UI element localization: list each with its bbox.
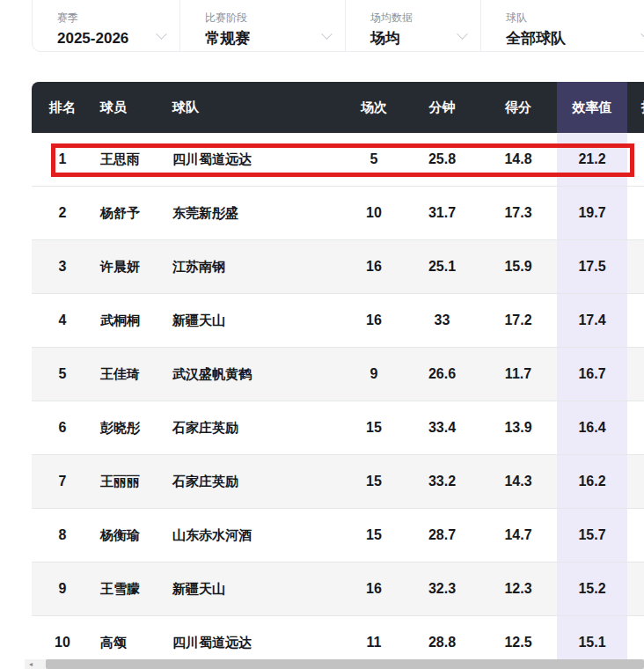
points-cell: 11.7 (479, 348, 557, 401)
next-partial-cell (627, 240, 644, 294)
games-cell: 5 (343, 133, 405, 187)
table-row: 6 彭晓彤 石家庄英励 15 33.4 13.9 16.4 (32, 401, 644, 455)
games-cell: 9 (343, 348, 405, 401)
player-cell: 王佳琦 (93, 348, 164, 401)
table-row: 2 杨舒予 东莞新彤盛 10 31.7 17.3 19.7 (32, 187, 644, 240)
rank-cell: 4 (32, 294, 93, 348)
minutes-cell: 28.8 (405, 616, 479, 664)
games-cell: 10 (343, 187, 405, 240)
points-cell: 12.3 (479, 562, 557, 616)
minutes-cell: 33 (405, 294, 479, 348)
player-cell: 彭晓彤 (93, 401, 164, 455)
minutes-cell: 25.8 (405, 133, 479, 187)
efficiency-cell: 19.7 (557, 187, 627, 240)
rank-cell: 8 (32, 509, 93, 562)
table-row: 10 高颂 四川蜀道远达 11 28.8 12.5 15.1 (32, 616, 644, 664)
table-row: 8 杨衡瑜 山东赤水河酒 15 28.7 14.7 15.7 (32, 509, 644, 562)
minutes-cell: 25.1 (405, 240, 479, 294)
next-partial-cell (627, 616, 644, 664)
minutes-cell: 28.7 (405, 509, 479, 562)
team-cell: 石家庄英励 (164, 455, 343, 509)
column-header-efficiency[interactable]: 效率值 (557, 82, 627, 133)
season-select[interactable]: 赛季 2025-2026 (33, 0, 179, 51)
rank-cell: 2 (32, 187, 93, 240)
efficiency-cell: 17.4 (557, 294, 627, 348)
points-cell: 14.3 (479, 455, 557, 509)
points-cell: 17.3 (479, 187, 557, 240)
column-header-games[interactable]: 场次 (343, 82, 405, 133)
next-partial-cell (627, 509, 644, 562)
efficiency-cell: 15.7 (557, 509, 627, 562)
minutes-cell: 33.2 (405, 455, 479, 509)
player-cell: 许晨妍 (93, 240, 164, 294)
player-cell: 武桐桐 (93, 294, 164, 348)
stat-mode-select[interactable]: 场均数据 场均 (345, 0, 480, 51)
rank-cell: 6 (32, 401, 93, 455)
horizontal-scrollbar[interactable]: ◂ (25, 659, 644, 669)
next-partial-cell (627, 455, 644, 509)
next-partial-cell (627, 562, 644, 616)
column-header-next-partial[interactable]: 投篮 (627, 82, 644, 133)
games-cell: 16 (343, 240, 405, 294)
rank-cell: 3 (32, 240, 93, 294)
efficiency-cell: 16.4 (557, 401, 627, 455)
table-row: 1 王思雨 四川蜀道远达 5 25.8 14.8 21.2 (32, 133, 644, 187)
points-cell: 12.5 (479, 616, 557, 664)
season-label: 赛季 (57, 11, 179, 24)
player-cell: 王思雨 (93, 133, 164, 187)
games-cell: 16 (343, 562, 405, 616)
rank-cell: 5 (32, 348, 93, 401)
player-cell: 王雪朦 (93, 562, 164, 616)
table-row: 3 许晨妍 江苏南钢 16 25.1 15.9 17.5 (32, 240, 644, 294)
column-header-points[interactable]: 得分 (479, 82, 557, 133)
player-cell: 杨衡瑜 (93, 509, 164, 562)
player-cell: 王丽丽 (93, 455, 164, 509)
team-value: 全部球队 (506, 30, 644, 48)
table-row: 4 武桐桐 新疆天山 16 33 17.2 17.4 (32, 294, 644, 348)
team-select[interactable]: 球队 全部球队 (480, 0, 644, 51)
scrollbar-thumb[interactable] (46, 659, 644, 669)
efficiency-cell: 21.2 (557, 133, 627, 187)
column-header-rank[interactable]: 排名 (32, 82, 93, 133)
stat-mode-label: 场均数据 (370, 11, 480, 24)
minutes-cell: 33.4 (405, 401, 479, 455)
team-cell: 山东赤水河酒 (164, 509, 343, 562)
team-cell: 四川蜀道远达 (164, 133, 343, 187)
team-cell: 石家庄英励 (164, 401, 343, 455)
column-header-minutes[interactable]: 分钟 (405, 82, 479, 133)
next-partial-cell (627, 348, 644, 401)
games-cell: 15 (343, 509, 405, 562)
efficiency-cell: 17.5 (557, 240, 627, 294)
player-cell: 高颂 (93, 616, 164, 664)
team-cell: 四川蜀道远达 (164, 616, 343, 664)
stage-select[interactable]: 比赛阶段 常规赛 (179, 0, 345, 51)
team-cell: 东莞新彤盛 (164, 187, 343, 240)
scroll-left-arrow-icon[interactable]: ◂ (25, 659, 37, 669)
player-cell: 杨舒予 (93, 187, 164, 240)
points-cell: 13.9 (479, 401, 557, 455)
games-cell: 11 (343, 616, 405, 664)
team-cell: 江苏南钢 (164, 240, 343, 294)
points-cell: 15.9 (479, 240, 557, 294)
next-partial-cell (627, 187, 644, 240)
rank-cell: 1 (32, 133, 93, 187)
next-partial-cell (627, 401, 644, 455)
filter-bar: 赛季 2025-2026 比赛阶段 常规赛 场均数据 场均 球队 全部球队 (32, 0, 644, 52)
rank-cell: 7 (32, 455, 93, 509)
table-body: 1 王思雨 四川蜀道远达 5 25.8 14.8 21.2 2 杨舒予 东莞新彤… (32, 133, 644, 663)
player-stats-table: 排名 球员 球队 场次 分钟 得分 效率值 投篮 1 王思雨 四川蜀道远达 5 … (32, 82, 644, 663)
games-cell: 15 (343, 401, 405, 455)
stage-label: 比赛阶段 (205, 11, 345, 24)
team-cell: 新疆天山 (164, 294, 343, 348)
next-partial-cell (627, 133, 644, 187)
efficiency-cell: 15.1 (557, 616, 627, 664)
minutes-cell: 32.3 (405, 562, 479, 616)
efficiency-cell: 15.2 (557, 562, 627, 616)
table-row: 7 王丽丽 石家庄英励 15 33.2 14.3 16.2 (32, 455, 644, 509)
games-cell: 15 (343, 455, 405, 509)
column-header-team[interactable]: 球队 (164, 82, 343, 133)
column-header-player[interactable]: 球员 (93, 82, 164, 133)
games-cell: 16 (343, 294, 405, 348)
rank-cell: 10 (32, 616, 93, 664)
efficiency-cell: 16.2 (557, 455, 627, 509)
